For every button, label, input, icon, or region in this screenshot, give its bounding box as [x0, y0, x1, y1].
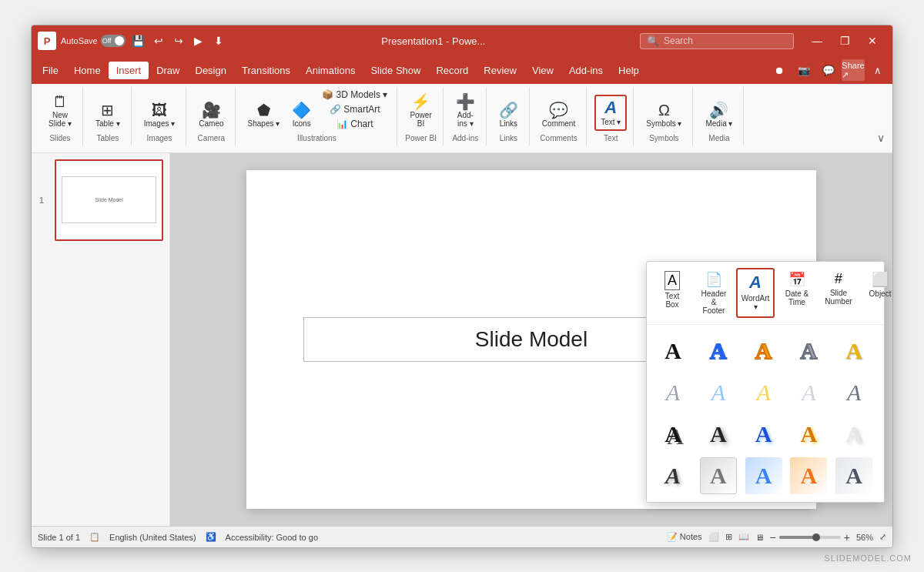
powerbi-button[interactable]: ⚡ PowerBI	[405, 91, 436, 131]
comment-button[interactable]: 💬 Comment	[537, 99, 580, 131]
addins-button[interactable]: ➕ Add-ins ▾	[451, 91, 480, 131]
camera-btn[interactable]: 📷	[792, 59, 815, 81]
ribbon-group-comments: 💬 Comment Comments	[531, 87, 587, 146]
symbols-button[interactable]: Ω Symbols ▾	[641, 99, 686, 131]
wordart-style-14[interactable]: A	[790, 416, 827, 453]
comment-btn[interactable]: 💬	[817, 59, 840, 81]
text-button[interactable]: A Text ▾	[594, 95, 627, 131]
3d-models-button[interactable]: 📦 3D Models ▾	[319, 88, 390, 102]
header-footer-button[interactable]: 📄 Header& Footer	[695, 268, 733, 318]
menu-home[interactable]: Home	[66, 62, 109, 79]
object-button[interactable]: ⬜ Object	[861, 268, 892, 318]
close-button[interactable]: ✕	[859, 29, 886, 52]
menu-view[interactable]: View	[524, 62, 561, 79]
slide-thumbnail-wrapper: 1 Slide Model	[55, 159, 163, 241]
wordart-button[interactable]: A WordArt▾	[736, 268, 775, 318]
wordart-style-9[interactable]: A	[790, 374, 827, 411]
table-button[interactable]: ⊞ Table ▾	[91, 99, 125, 131]
images-button[interactable]: 🖼 Images ▾	[139, 99, 180, 131]
wordart-style-4[interactable]: A	[790, 333, 827, 370]
slide-panel: 1 Slide Model	[32, 153, 170, 526]
ribbon: 🗒 NewSlide ▾ Slides ⊞ Table ▾ Tables	[32, 84, 892, 153]
normal-view-icon[interactable]: ⬜	[708, 532, 719, 542]
presenter-view-icon[interactable]: 🖥	[755, 533, 764, 542]
wordart-style-18[interactable]: A	[745, 457, 782, 494]
present-icon[interactable]: ▶	[190, 32, 207, 49]
customize-icon[interactable]: ⬇	[210, 32, 227, 49]
textbox-button[interactable]: A TextBox	[653, 268, 691, 318]
menu-help[interactable]: Help	[611, 62, 647, 79]
links-group-label: Links	[494, 134, 523, 142]
wordart-style-20[interactable]: A	[835, 457, 872, 494]
wordart-style-2[interactable]: A	[700, 333, 737, 370]
notes-button[interactable]: 📝 Notes	[667, 532, 702, 542]
slide-thumbnail[interactable]: Slide Model	[55, 159, 163, 241]
menu-insert[interactable]: Insert	[109, 62, 149, 79]
slide-sorter-icon[interactable]: ⊞	[725, 532, 732, 542]
share-btn[interactable]: Share ↗	[842, 59, 865, 81]
cameo-button[interactable]: 🎥 Cameo	[194, 99, 228, 131]
menu-draw[interactable]: Draw	[149, 62, 187, 79]
ribbon-collapse-btn[interactable]: ∨	[875, 130, 886, 146]
wordart-style-12[interactable]: A	[700, 416, 737, 453]
illustrations-group-label: Illustrations	[243, 134, 391, 142]
smartart-button[interactable]: 🔗 SmartArt	[319, 102, 390, 116]
zoom-in-icon[interactable]: +	[844, 531, 850, 544]
wordart-style-1[interactable]: A	[654, 333, 691, 370]
menu-slideshow[interactable]: Slide Show	[363, 62, 428, 79]
symbols-icon: Ω	[658, 102, 670, 118]
wordart-icon: A	[749, 273, 762, 293]
fit-slide-icon[interactable]: ⤢	[879, 532, 886, 542]
wordart-style-7[interactable]: A	[700, 374, 737, 411]
ribbon-group-camera: 🎥 Cameo Camera	[188, 87, 235, 146]
new-slide-button[interactable]: 🗒 NewSlide ▾	[44, 91, 76, 131]
app-window: P AutoSave Off 💾 ↩ ↪ ▶ ⬇ Presentation1 -…	[31, 25, 893, 548]
ribbon-group-text: A Text ▾ Text	[588, 87, 634, 146]
menu-file[interactable]: File	[35, 62, 66, 79]
cameo-icon: 🎥	[202, 102, 221, 118]
redo-icon[interactable]: ↪	[170, 32, 187, 49]
zoom-slider[interactable]: − +	[770, 531, 850, 544]
datetime-button[interactable]: 📅 Date &Time	[778, 268, 816, 318]
wordart-style-3[interactable]: A	[745, 333, 782, 370]
symbols-label: Symbols ▾	[646, 119, 681, 128]
menu-review[interactable]: Review	[476, 62, 524, 79]
slider-thumb[interactable]	[812, 534, 820, 541]
wordart-style-6[interactable]: A	[654, 374, 691, 411]
slide-number-button[interactable]: # SlideNumber	[819, 268, 858, 318]
wordart-style-11[interactable]: A	[654, 416, 691, 453]
autosave-toggle[interactable]: Off	[101, 35, 126, 47]
wordart-style-5[interactable]: A	[835, 333, 872, 370]
icons-button[interactable]: 🔷 Icons	[287, 99, 316, 131]
ribbon-group-images: 🖼 Images ▾ Images	[133, 87, 187, 146]
ribbon-expand-btn[interactable]: ∧	[866, 59, 889, 81]
links-button[interactable]: 🔗 Links	[494, 99, 523, 131]
wordart-style-15[interactable]: A	[835, 416, 872, 453]
undo-icon[interactable]: ↩	[150, 32, 167, 49]
media-button[interactable]: 🔊 Media ▾	[701, 99, 737, 131]
chart-button[interactable]: 📊 Chart	[319, 117, 390, 131]
menu-transitions[interactable]: Transitions	[234, 62, 298, 79]
menu-animations[interactable]: Animations	[298, 62, 363, 79]
datetime-icon: 📅	[788, 271, 805, 288]
wordart-style-10[interactable]: A	[835, 374, 872, 411]
zoom-out-icon[interactable]: −	[770, 531, 776, 544]
search-bar[interactable]: 🔍	[640, 33, 794, 49]
new-slide-label: NewSlide ▾	[49, 111, 72, 128]
minimize-button[interactable]: —	[803, 29, 831, 52]
menu-design[interactable]: Design	[188, 62, 234, 79]
wordart-style-19[interactable]: A	[790, 457, 827, 494]
wordart-style-8[interactable]: A	[745, 374, 782, 411]
search-input[interactable]	[664, 35, 772, 46]
reading-view-icon[interactable]: 📖	[738, 532, 749, 542]
maximize-button[interactable]: ❐	[831, 29, 859, 52]
wordart-style-13[interactable]: A	[745, 416, 782, 453]
record-btn[interactable]: ⏺	[768, 59, 791, 81]
menu-addins[interactable]: Add-ins	[561, 62, 611, 79]
text-dropdown-toolbar: A TextBox 📄 Header& Footer A WordArt▾ 📅 …	[647, 262, 884, 325]
menu-record[interactable]: Record	[428, 62, 476, 79]
wordart-style-16[interactable]: A	[654, 457, 691, 494]
wordart-style-17[interactable]: A	[700, 457, 737, 494]
shapes-button[interactable]: ⬟ Shapes ▾	[243, 99, 285, 131]
save-icon[interactable]: 💾	[130, 32, 147, 49]
